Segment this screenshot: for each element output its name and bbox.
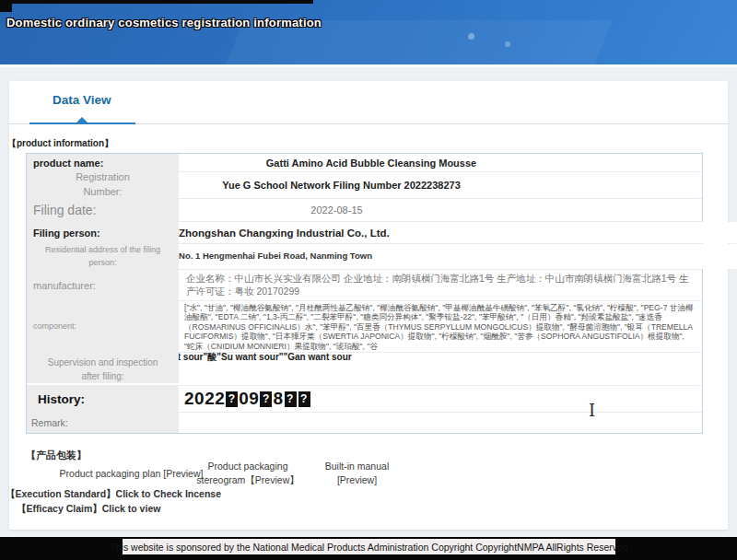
header-decoration-dot bbox=[468, 33, 474, 40]
footer-copyright-text: This website is sponsored by the Nationa… bbox=[110, 542, 627, 553]
page-header bbox=[0, 0, 737, 67]
tab-caret-icon bbox=[76, 117, 88, 122]
packaging-plan-preview-link[interactable]: Product packaging plan [Preview] bbox=[55, 468, 207, 479]
residential-address-value: No. 1 Hengmenhai Fubei Road, Nanming Tow… bbox=[179, 244, 737, 269]
missing-glyph-box: ? bbox=[285, 391, 297, 407]
history-month: 09 bbox=[239, 389, 259, 409]
tab-active-underline bbox=[29, 122, 135, 124]
remark-label: Remark: bbox=[27, 413, 179, 433]
missing-glyph-box: ? bbox=[298, 391, 310, 407]
product-info-table: product name: Gatti Amino Acid Bubble Cl… bbox=[26, 153, 703, 434]
top-black-strip bbox=[0, 0, 313, 4]
page-title: Domestic ordinary cosmetics registration… bbox=[6, 16, 322, 29]
packaging-section-heading: 【产品包装】 bbox=[26, 449, 87, 462]
component-ingredients: ["水", "甘油", "椰油酰谷氨酸钠", "月桂酰两性基乙酸钠", "椰油酰… bbox=[184, 303, 694, 351]
history-value: 2022?09?8?? bbox=[179, 386, 702, 412]
manufacturer-value: 企业名称：中山市长兴实业有限公司 企业地址：南朗镇横门海富北路1号 生产地址：中… bbox=[179, 270, 702, 300]
manufacturer-label: manufacturer: bbox=[27, 270, 179, 300]
packaging-stereogram-preview-link[interactable]: Product packaging stereogram【Preview】 bbox=[196, 460, 299, 487]
remark-value bbox=[179, 413, 702, 433]
tab-bar: Data View bbox=[9, 81, 728, 124]
execution-standard-link[interactable]: 【Execution Standard】Click to Check Incen… bbox=[6, 488, 221, 501]
supervision-label: Supervision and inspection after filing: bbox=[27, 353, 179, 383]
builtin-manual-preview-link[interactable]: Built-in manual [Preview] bbox=[313, 460, 401, 487]
header-decoration-dot bbox=[505, 41, 510, 47]
section-product-information: 【product information】 bbox=[7, 137, 113, 150]
table-row-manufacturer: manufacturer: 企业名称：中山市长兴实业有限公司 企业地址：南朗镇横… bbox=[27, 270, 702, 301]
tab-data-view[interactable]: Data View bbox=[53, 93, 111, 107]
history-day: 8 bbox=[273, 389, 283, 409]
filing-person-value: Zhongshan Changxing Industrial Co., Ltd. bbox=[179, 222, 737, 243]
content-card: Data View 【product information】 product … bbox=[9, 81, 728, 530]
table-row-product-name: product name: Gatti Amino Acid Bubble Cl… bbox=[27, 154, 702, 172]
filing-date-label: Filing date: bbox=[27, 199, 179, 221]
product-name-value: Gatti Amino Acid Bubble Cleansing Mousse bbox=[179, 154, 702, 171]
residential-address-label: Residential address of the filing person… bbox=[27, 244, 179, 269]
table-row-residential-address: Residential address of the filing person… bbox=[27, 244, 702, 270]
table-row-filing-date: Filing date: 2022-08-15 bbox=[27, 199, 702, 222]
efficacy-claim-link[interactable]: 【Efficacy Claim】Click to view bbox=[17, 503, 160, 516]
registration-number-label: Registration Number: bbox=[27, 172, 179, 198]
ibeam-cursor-icon: I bbox=[589, 401, 595, 420]
registration-number-value: Yue G School Network Filing Number 20222… bbox=[179, 172, 702, 198]
table-row-registration-number: Registration Number: Yue G School Networ… bbox=[27, 172, 702, 199]
product-name-label: product name: bbox=[27, 154, 179, 171]
component-translated-tail: Want sour"酸"Su want sour""Gan want sour bbox=[158, 352, 696, 363]
top-black-square bbox=[0, 0, 12, 12]
table-row-component: component: ["水", "甘油", "椰油酰谷氨酸钠", "月桂酰两性… bbox=[27, 301, 702, 353]
component-value: ["水", "甘油", "椰油酰谷氨酸钠", "月桂酰两性基乙酸钠", "椰油酰… bbox=[179, 301, 702, 352]
footer-strip: This website is sponsored by the Nationa… bbox=[123, 539, 615, 554]
filing-date-value: 2022-08-15 bbox=[179, 199, 702, 221]
filing-person-label: Filing person: bbox=[27, 222, 179, 243]
table-row-history: History: 2022?09?8?? bbox=[27, 386, 702, 413]
missing-glyph-box: ? bbox=[226, 391, 238, 407]
component-label: component: bbox=[27, 301, 179, 352]
table-row-remark: Remark: bbox=[27, 413, 702, 433]
table-row-filing-person: Filing person: Zhongshan Changxing Indus… bbox=[27, 222, 702, 244]
missing-glyph-box: ? bbox=[260, 391, 272, 407]
footer-band: This website is sponsored by the Nationa… bbox=[0, 537, 737, 560]
history-year: 2022 bbox=[184, 389, 225, 409]
history-label: History: bbox=[27, 386, 179, 412]
